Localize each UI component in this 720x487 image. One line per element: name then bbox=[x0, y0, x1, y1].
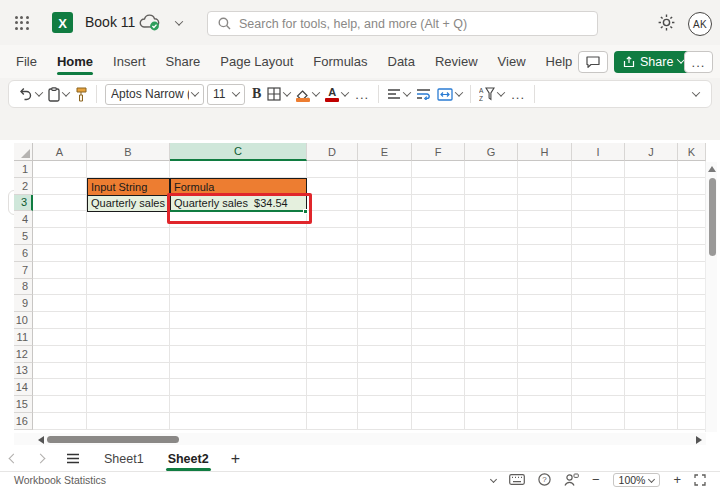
font-name-select[interactable]: Aptos Narrow (... bbox=[105, 84, 204, 105]
app-launcher-waffle-icon[interactable] bbox=[14, 15, 30, 31]
menu-tab-formulas[interactable]: Formulas bbox=[303, 45, 377, 78]
row-header-4[interactable]: 4 bbox=[14, 211, 33, 228]
row-header-1[interactable]: 1 bbox=[14, 161, 33, 178]
undo-button[interactable] bbox=[15, 82, 45, 106]
fill-color-button[interactable] bbox=[293, 82, 322, 106]
row-header-16[interactable]: 16 bbox=[14, 413, 33, 430]
more-ribbon-options-button[interactable]: ... bbox=[507, 87, 529, 102]
borders-icon bbox=[267, 87, 281, 101]
paste-button[interactable] bbox=[45, 82, 72, 106]
comments-button[interactable] bbox=[578, 51, 608, 73]
row-header-11[interactable]: 11 bbox=[14, 329, 33, 346]
title-dropdown-chevron-icon[interactable] bbox=[175, 17, 183, 25]
menu-tab-file[interactable]: File bbox=[6, 45, 47, 78]
fullscreen-icon[interactable] bbox=[694, 474, 706, 486]
column-header-G[interactable]: G bbox=[465, 143, 518, 161]
horizontal-scroll-thumb[interactable] bbox=[47, 436, 179, 443]
share-button[interactable]: Share bbox=[614, 51, 693, 73]
sheet-tab-bar: Sheet1Sheet2 + bbox=[0, 446, 720, 471]
menu-tab-share[interactable]: Share bbox=[156, 45, 211, 78]
menu-tab-view[interactable]: View bbox=[488, 45, 536, 78]
column-header-K[interactable]: K bbox=[678, 143, 706, 161]
format-painter-button[interactable] bbox=[72, 82, 91, 106]
menu-tab-help[interactable]: Help bbox=[536, 45, 583, 78]
gridline-h bbox=[33, 429, 706, 430]
zoom-in-button[interactable]: + bbox=[673, 472, 681, 487]
user-avatar[interactable]: AK bbox=[688, 12, 712, 36]
column-header-A[interactable]: A bbox=[33, 143, 87, 161]
search-box[interactable] bbox=[207, 11, 598, 36]
feedback-icon[interactable] bbox=[564, 473, 579, 486]
row-header-5[interactable]: 5 bbox=[14, 228, 33, 245]
row-header-13[interactable]: 13 bbox=[14, 363, 33, 380]
vertical-scroll-thumb[interactable] bbox=[709, 178, 716, 256]
row-header-6[interactable]: 6 bbox=[14, 245, 33, 262]
scroll-right-arrow-icon[interactable] bbox=[696, 436, 702, 444]
sheet-tab-sheet2[interactable]: Sheet2 bbox=[168, 446, 209, 471]
add-sheet-button[interactable]: + bbox=[231, 450, 240, 468]
previous-sheet-arrow-icon[interactable] bbox=[9, 454, 19, 464]
share-icon bbox=[623, 56, 635, 68]
row-header-3[interactable]: 3 bbox=[14, 195, 33, 212]
wrap-text-button[interactable] bbox=[413, 82, 434, 106]
horizontal-scrollbar[interactable] bbox=[14, 433, 706, 445]
all-sheets-menu-icon[interactable] bbox=[66, 453, 80, 464]
zoom-out-button[interactable]: − bbox=[592, 472, 600, 487]
merge-cells-button[interactable] bbox=[434, 82, 465, 106]
sort-filter-button[interactable]: A Z bbox=[476, 82, 507, 106]
select-all-corner[interactable] bbox=[14, 143, 33, 161]
column-header-D[interactable]: D bbox=[307, 143, 358, 161]
menu-tab-home[interactable]: Home bbox=[47, 45, 103, 78]
ribbon-collapse-chevron-icon[interactable] bbox=[692, 88, 700, 96]
next-sheet-arrow-icon[interactable] bbox=[36, 454, 46, 464]
gridline-h bbox=[33, 244, 706, 245]
sheet-tab-sheet1[interactable]: Sheet1 bbox=[104, 446, 144, 471]
workbook-statistics-button[interactable]: Workbook Statistics bbox=[14, 474, 106, 486]
paste-chevron-icon bbox=[62, 88, 70, 96]
zoom-level-select[interactable]: 100% bbox=[613, 473, 661, 487]
saved-to-cloud-icon[interactable] bbox=[139, 14, 161, 31]
spreadsheet-grid[interactable]: ABCDEFGHIJK12345678910111213141516Input … bbox=[14, 143, 706, 430]
column-header-I[interactable]: I bbox=[572, 143, 625, 161]
status-chevron-icon[interactable] bbox=[490, 476, 497, 483]
alignment-button[interactable] bbox=[384, 82, 413, 106]
search-input[interactable] bbox=[239, 17, 587, 31]
scroll-left-arrow-icon[interactable] bbox=[38, 436, 44, 444]
share-button-label: Share bbox=[640, 55, 673, 69]
help-icon[interactable]: ? bbox=[538, 473, 551, 486]
cell-B3[interactable]: Quarterly sales bbox=[87, 195, 170, 213]
settings-gear-icon[interactable] bbox=[657, 13, 676, 32]
font-color-button[interactable]: A bbox=[322, 82, 351, 106]
row-header-15[interactable]: 15 bbox=[14, 396, 33, 413]
row-header-8[interactable]: 8 bbox=[14, 279, 33, 296]
menu-tab-review[interactable]: Review bbox=[425, 45, 488, 78]
borders-button[interactable] bbox=[264, 82, 293, 106]
column-header-B[interactable]: B bbox=[87, 143, 170, 161]
column-header-C[interactable]: C bbox=[170, 143, 307, 161]
menu-tab-page-layout[interactable]: Page Layout bbox=[210, 45, 303, 78]
keyboard-shortcuts-icon[interactable] bbox=[509, 474, 525, 485]
menu-tab-data[interactable]: Data bbox=[378, 45, 425, 78]
row-header-14[interactable]: 14 bbox=[14, 379, 33, 396]
font-size-select[interactable]: 11 bbox=[207, 84, 245, 105]
column-header-H[interactable]: H bbox=[518, 143, 572, 161]
column-header-F[interactable]: F bbox=[412, 143, 465, 161]
scroll-up-arrow-icon[interactable] bbox=[708, 166, 716, 172]
document-title[interactable]: Book 11 bbox=[85, 14, 135, 30]
gridline-v bbox=[677, 161, 678, 430]
row-header-7[interactable]: 7 bbox=[14, 262, 33, 279]
cell-B2[interactable]: Input String bbox=[87, 178, 170, 196]
row-header-12[interactable]: 12 bbox=[14, 346, 33, 363]
more-options-button[interactable]: ... bbox=[684, 51, 713, 73]
row-header-10[interactable]: 10 bbox=[14, 312, 33, 329]
menu-tab-insert[interactable]: Insert bbox=[103, 45, 156, 78]
column-header-E[interactable]: E bbox=[358, 143, 412, 161]
font-size-value: 11 bbox=[213, 87, 229, 101]
more-font-options-button[interactable]: ... bbox=[351, 87, 373, 102]
row-header-9[interactable]: 9 bbox=[14, 295, 33, 312]
bold-button[interactable]: B bbox=[249, 82, 264, 106]
column-header-J[interactable]: J bbox=[625, 143, 678, 161]
vertical-scrollbar[interactable] bbox=[705, 162, 717, 432]
row-header-2[interactable]: 2 bbox=[14, 178, 33, 195]
sort-filter-chevron-icon bbox=[497, 88, 505, 96]
